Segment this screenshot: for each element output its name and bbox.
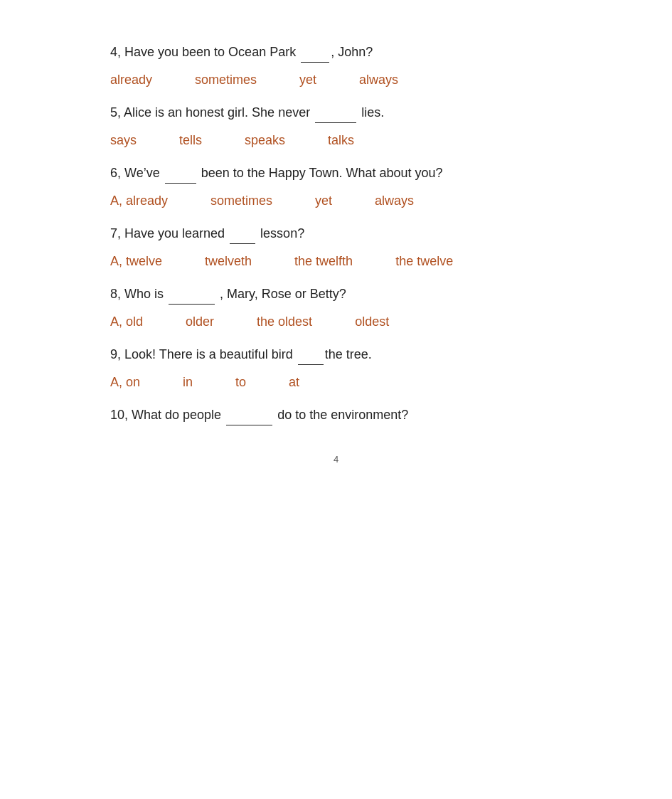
options-7: A, twelve twelveth the twelfth the twelv…	[110, 254, 562, 269]
option-9-on: A, on	[110, 375, 140, 390]
options-8: A, old older the oldest oldest	[110, 314, 562, 329]
question-6-text: 6, We’ve been to the Happy Town. What ab…	[110, 164, 562, 184]
blank-10	[226, 406, 272, 425]
blank-8	[169, 285, 215, 305]
options-9: A, on in to at	[110, 375, 562, 390]
question-8: 8, Who is , Mary, Rose or Betty? A, old …	[110, 285, 562, 329]
page-number: 4	[110, 454, 562, 465]
option-9-to: to	[235, 375, 246, 390]
question-7-text: 7, Have you learned lesson?	[110, 224, 562, 244]
options-4: already sometimes yet always	[110, 73, 562, 88]
options-5: says tells speaks talks	[110, 133, 562, 148]
question-6: 6, We’ve been to the Happy Town. What ab…	[110, 164, 562, 208]
option-8-old: A, old	[110, 314, 143, 329]
question-5: 5, Alice is an honest girl. She never li…	[110, 103, 562, 148]
options-6: A, already sometimes yet always	[110, 194, 562, 208]
option-7-the-twelfth: the twelfth	[294, 254, 353, 269]
blank-5	[315, 103, 356, 123]
page-content: 4, Have you been to Ocean Park , John? a…	[110, 43, 562, 465]
blank-7	[230, 224, 255, 244]
option-5-tells: tells	[179, 133, 202, 148]
option-7-twelve: A, twelve	[110, 254, 162, 269]
question-9-text: 9, Look! There is a beautiful bird the t…	[110, 345, 562, 365]
option-9-in: in	[183, 375, 193, 390]
question-9: 9, Look! There is a beautiful bird the t…	[110, 345, 562, 390]
option-5-says: says	[110, 133, 137, 148]
option-5-talks: talks	[328, 133, 354, 148]
question-8-text: 8, Who is , Mary, Rose or Betty?	[110, 285, 562, 305]
question-7: 7, Have you learned lesson? A, twelve tw…	[110, 224, 562, 269]
option-6-sometimes: sometimes	[210, 194, 272, 208]
blank-6	[165, 164, 196, 184]
question-10: 10, What do people do to the environment…	[110, 406, 562, 425]
option-8-older: older	[186, 314, 214, 329]
question-5-text: 5, Alice is an honest girl. She never li…	[110, 103, 562, 123]
option-8-oldest: oldest	[355, 314, 389, 329]
option-4-always: always	[359, 73, 398, 88]
question-10-text: 10, What do people do to the environment…	[110, 406, 562, 425]
option-7-twelveth: twelveth	[205, 254, 252, 269]
question-4-text: 4, Have you been to Ocean Park , John?	[110, 43, 562, 63]
option-6-always: always	[375, 194, 414, 208]
blank-4	[301, 43, 329, 63]
option-7-the-twelve: the twelve	[395, 254, 453, 269]
option-5-speaks: speaks	[245, 133, 285, 148]
option-6-yet: yet	[315, 194, 332, 208]
blank-9	[298, 345, 324, 365]
option-6-already: A, already	[110, 194, 168, 208]
question-4: 4, Have you been to Ocean Park , John? a…	[110, 43, 562, 88]
option-4-sometimes: sometimes	[195, 73, 257, 88]
option-4-already: already	[110, 73, 152, 88]
option-4-yet: yet	[299, 73, 316, 88]
option-9-at: at	[289, 375, 299, 390]
option-8-the-oldest: the oldest	[257, 314, 312, 329]
